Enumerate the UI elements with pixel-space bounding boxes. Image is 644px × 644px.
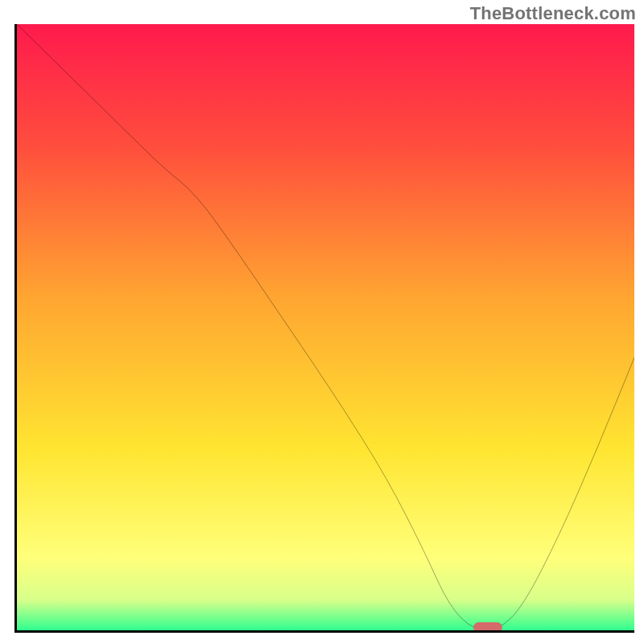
bottleneck-curve xyxy=(17,24,634,630)
attribution-text: TheBottleneck.com xyxy=(470,3,636,24)
plot-area xyxy=(14,24,634,633)
chart-container: TheBottleneck.com xyxy=(0,0,644,644)
optimal-marker xyxy=(473,622,502,633)
